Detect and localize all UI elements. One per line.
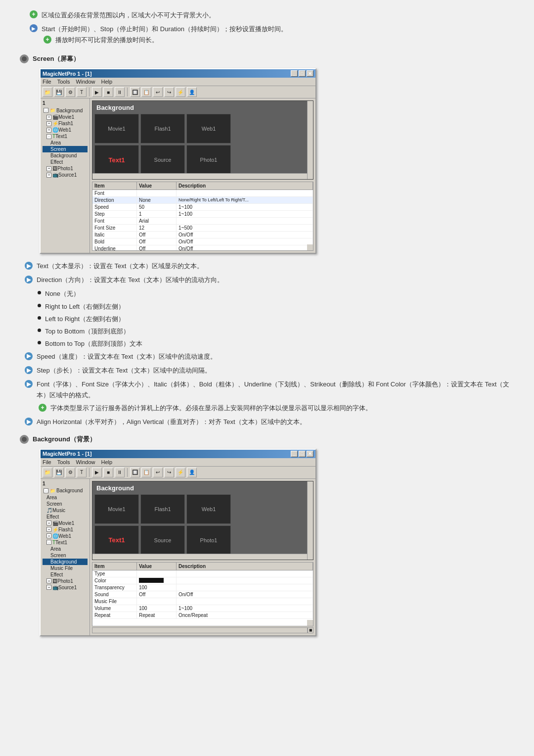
tree2-effect[interactable]: Effect (43, 514, 88, 520)
menu-file1[interactable]: File (43, 79, 51, 85)
toolbar2-btn-7[interactable]: ⏸ (115, 468, 125, 477)
tree2-expand-s1[interactable]: + (46, 585, 51, 590)
hscroll2[interactable] (92, 627, 308, 633)
tree1-photo1[interactable]: + 🖼Photo1 (43, 165, 88, 172)
props2-val-type[interactable] (137, 570, 177, 577)
tree1-flash1[interactable]: + ⚡Flash1 (43, 120, 88, 127)
toolbar-btn-7[interactable]: ⏸ (115, 87, 125, 97)
maximize-btn2[interactable]: □ (299, 451, 306, 457)
tree1-expand-bg[interactable]: - (44, 108, 48, 113)
canvas1-scrollbar-v[interactable] (307, 101, 313, 179)
toolbar-btn-5[interactable]: ▶ (92, 87, 102, 97)
props1-val-bold[interactable]: Off (137, 238, 177, 245)
toolbar2-btn-3[interactable]: ⚙ (65, 468, 75, 477)
tree2-movie1[interactable]: + 🎬Movie1 (43, 520, 88, 526)
tree2-bg[interactable]: - 📁 Background (43, 487, 88, 494)
toolbar-btn-10[interactable]: ↩ (153, 87, 163, 97)
tree1-expand-s1[interactable]: + (46, 173, 51, 178)
menu-window1[interactable]: Window (76, 79, 95, 85)
tree2-web1[interactable]: + 🌐Web1 (43, 533, 88, 539)
menu-tools2[interactable]: Tools (57, 459, 70, 465)
props2-val-sound[interactable]: Off (137, 591, 177, 598)
canvas2-scrollbar-v[interactable] (307, 481, 313, 560)
props2-val-repeat[interactable]: Repeat (137, 612, 177, 618)
tree2-photo1[interactable]: + 🖼Photo1 (43, 578, 88, 584)
tree1-expand-m1[interactable]: + (46, 115, 51, 120)
toolbar-btn-8[interactable]: 🔲 (130, 87, 140, 97)
tree1-bg[interactable]: - 📁 Background (43, 107, 88, 114)
toolbar2-btn-10[interactable]: ↩ (153, 468, 163, 477)
window1-controls[interactable]: _ □ ✕ (291, 70, 313, 77)
toolbar2-btn-11[interactable]: ↪ (164, 468, 174, 477)
toolbar2-btn-2[interactable]: 💾 (54, 468, 64, 477)
tree1-expand-w1[interactable]: + (46, 128, 51, 133)
props1-val-fontsize[interactable]: 12 (137, 225, 177, 231)
props2-val-musicfile[interactable] (137, 598, 177, 605)
props1-val-italic[interactable]: Off (137, 232, 177, 238)
menu-file2[interactable]: File (43, 459, 51, 465)
tree2-music[interactable]: 🎵Music (43, 507, 88, 514)
maximize-btn[interactable]: □ (299, 70, 306, 77)
toolbar-btn-9[interactable]: 📋 (141, 87, 151, 97)
props2-val-color[interactable] (137, 577, 177, 584)
toolbar-btn-1[interactable]: 📁 (43, 87, 52, 97)
toolbar2-btn-6[interactable]: ■ (103, 468, 113, 477)
toolbar2-btn-9[interactable]: 📋 (141, 468, 151, 477)
props2-val-transparency[interactable]: 100 (137, 584, 177, 591)
tree2-text1[interactable]: - TText1 (43, 539, 88, 546)
menu-help1[interactable]: Help (101, 79, 113, 85)
props1-val-step[interactable]: 1 (137, 211, 177, 217)
toolbar-btn-3[interactable]: ⚙ (65, 87, 75, 97)
minimize-btn2[interactable]: _ (291, 451, 298, 457)
canvas1-scrollbar-h[interactable] (92, 173, 307, 179)
tree1-area[interactable]: Area (43, 140, 88, 146)
tree2-screen[interactable]: Screen (43, 501, 88, 507)
toolbar2-btn-8[interactable]: 🔲 (130, 468, 140, 477)
tree2-expand-t1[interactable]: - (46, 540, 51, 545)
toolbar2-btn-1[interactable]: 📁 (43, 468, 52, 477)
props2-val-volume[interactable]: 100 (137, 605, 177, 612)
canvas2-scrollbar-h[interactable] (92, 554, 307, 560)
toolbar-btn-2[interactable]: 💾 (54, 87, 64, 97)
tree1-movie1[interactable]: + 🎬Movie1 (43, 114, 88, 120)
toolbar-btn-13[interactable]: 👤 (187, 87, 197, 97)
close-btn[interactable]: ✕ (307, 70, 313, 77)
props1-row-direction[interactable]: Direction None None/Right To Left/Left T… (92, 197, 313, 204)
tree2-expand-m1[interactable]: + (46, 520, 51, 525)
menu-help2[interactable]: Help (101, 459, 113, 465)
tree2-bg2[interactable]: Background (43, 559, 88, 565)
menu-window2[interactable]: Window (76, 459, 95, 465)
tree2-musicfile[interactable]: Music File (43, 565, 88, 571)
toolbar2-btn-13[interactable]: 👤 (187, 468, 197, 477)
color-swatch[interactable] (139, 578, 164, 583)
tree1-bg2[interactable]: Background (43, 152, 88, 159)
minimize-btn[interactable]: _ (291, 70, 298, 77)
toolbar-btn-12[interactable]: ⚡ (176, 87, 185, 97)
props1-val-direction[interactable]: None (137, 197, 177, 203)
toolbar2-btn-4[interactable]: T (77, 468, 87, 477)
props1-val-speed[interactable]: 50 (137, 204, 177, 210)
props1-val-fontname[interactable]: Arial (137, 218, 177, 224)
tree2-flash1[interactable]: + ⚡Flash1 (43, 526, 88, 533)
toolbar2-btn-12[interactable]: ⚡ (176, 468, 185, 477)
toolbar-btn-11[interactable]: ↪ (164, 87, 174, 97)
tree1-expand-t1[interactable]: - (46, 134, 51, 139)
tree2-expand-p1[interactable]: + (46, 578, 51, 583)
toolbar-btn-6[interactable]: ■ (103, 87, 113, 97)
tree2-source1[interactable]: + 📺Source1 (43, 584, 88, 591)
tree1-source1[interactable]: + 📺Source1 (43, 172, 88, 178)
tree1-expand-p1[interactable]: + (46, 166, 51, 171)
toolbar-btn-4[interactable]: T (77, 87, 87, 97)
tree1-web1[interactable]: + 🌐Web1 (43, 127, 88, 133)
close-btn2[interactable]: ✕ (307, 451, 313, 457)
tree2-screen2[interactable]: Screen (43, 552, 88, 559)
tree2-area[interactable]: Area (43, 494, 88, 501)
props1-val-underline[interactable]: Off (137, 245, 177, 251)
tree2-area2[interactable]: Area (43, 546, 88, 552)
tree2-effect2[interactable]: Effect (43, 571, 88, 578)
tree2-expand-w1[interactable]: + (46, 533, 51, 538)
tree2-expand-bg[interactable]: - (44, 488, 48, 493)
toolbar2-btn-5[interactable]: ▶ (92, 468, 102, 477)
window2-controls[interactable]: _ □ ✕ (291, 451, 313, 457)
tree2-expand-f1[interactable]: + (46, 527, 51, 532)
